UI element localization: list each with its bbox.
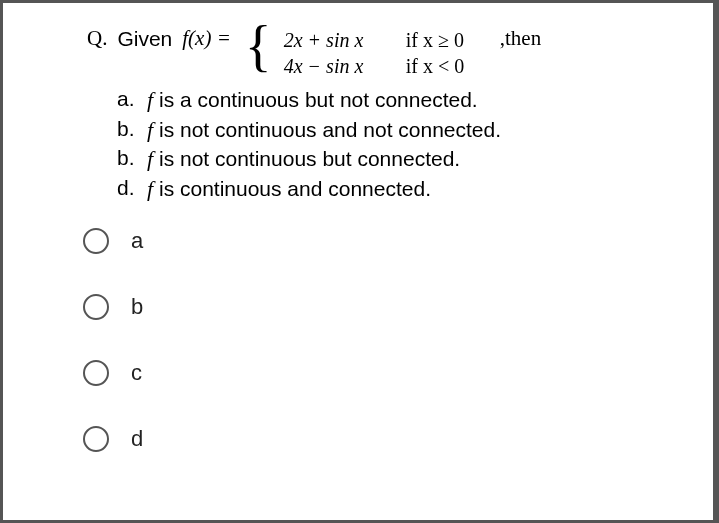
piece1-cond: if x ≥ 0	[400, 27, 492, 53]
left-brace-icon: {	[245, 31, 272, 62]
radio-option-a[interactable]: a	[83, 228, 695, 254]
statement-d-label: d.	[117, 174, 147, 204]
statement-a-text: f is a continuous but not connected.	[147, 85, 478, 115]
radio-circle-icon	[83, 228, 109, 254]
statement-b2-label: b.	[117, 144, 147, 174]
radio-option-a-label: a	[131, 228, 143, 254]
piece2-expr: 4x − sin x	[278, 53, 400, 79]
statement-b-text: f is not continuous and not connected.	[147, 115, 501, 145]
radio-option-d-label: d	[131, 426, 143, 452]
radio-option-c-label: c	[131, 360, 142, 386]
statement-b2-text: f is not continuous but connected.	[147, 144, 460, 174]
statement-b: b. f is not continuous and not connected…	[117, 115, 695, 145]
radio-option-c[interactable]: c	[83, 360, 695, 386]
radio-circle-icon	[83, 426, 109, 452]
radio-option-d[interactable]: d	[83, 426, 695, 452]
statement-b-label: b.	[117, 115, 147, 145]
given-text: Given	[117, 27, 172, 50]
radio-option-b-label: b	[131, 294, 143, 320]
statement-b2-tail: is not continuous but connected.	[153, 147, 460, 170]
statement-a: a. f is a continuous but not connected.	[117, 85, 695, 115]
piecewise-table: 2x + sin x if x ≥ 0 4x − sin x if x < 0	[278, 27, 492, 79]
statement-b-tail: is not continuous and not connected.	[153, 118, 501, 141]
then-text: ,then	[500, 27, 541, 50]
statement-d-tail: is continuous and connected.	[153, 177, 431, 200]
piece2-cond: if x < 0	[400, 53, 492, 79]
function-lhs: f(x) =	[182, 27, 231, 50]
radio-circle-icon	[83, 294, 109, 320]
radio-circle-icon	[83, 360, 109, 386]
answer-statements: a. f is a continuous but not connected. …	[117, 85, 695, 204]
statement-d: d. f is continuous and connected.	[117, 174, 695, 204]
question-page: Q. Given f(x) = { 2x + sin x if x ≥ 0 4x…	[0, 0, 719, 523]
radio-group: a b c d	[83, 228, 695, 452]
statement-b2: b. f is not continuous but connected.	[117, 144, 695, 174]
question-label: Q.	[87, 27, 107, 50]
statement-d-text: f is continuous and connected.	[147, 174, 431, 204]
radio-option-b[interactable]: b	[83, 294, 695, 320]
piece1-expr: 2x + sin x	[278, 27, 400, 53]
statement-a-label: a.	[117, 85, 147, 115]
statement-a-tail: is a continuous but not connected.	[153, 88, 478, 111]
question-header: Q. Given f(x) = { 2x + sin x if x ≥ 0 4x…	[87, 27, 695, 79]
